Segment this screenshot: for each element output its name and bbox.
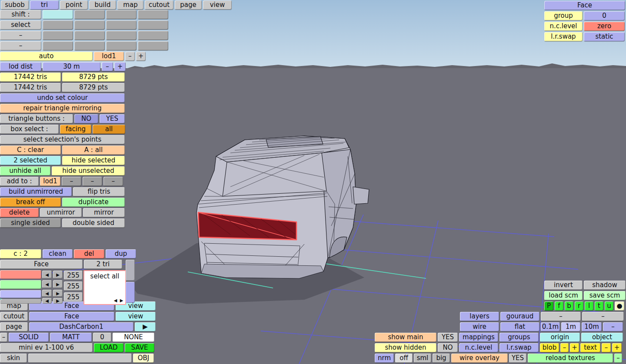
row4-slot-1[interactable] — [43, 41, 73, 50]
tab-point[interactable]: point — [60, 0, 88, 10]
tab-subob[interactable]: subob — [1, 0, 29, 10]
row4-label[interactable]: – — [0, 41, 41, 50]
red-value[interactable]: 255 — [64, 271, 83, 280]
cutout-name[interactable]: Face — [29, 312, 114, 321]
select-all-colour-button[interactable]: select all — [84, 272, 125, 280]
shift-slot-1[interactable] — [43, 10, 73, 19]
unmirror-button[interactable]: unmirror — [40, 208, 82, 217]
view-left-button[interactable]: l — [585, 301, 593, 311]
add-to-slot-3[interactable]: – — [83, 177, 102, 186]
layers-button[interactable]: layers — [460, 312, 499, 321]
view-right-button[interactable]: r — [575, 301, 583, 311]
break-off-button[interactable]: break off — [0, 198, 61, 207]
grid-1m-button[interactable]: 1m — [561, 322, 580, 331]
select-selections-points-button[interactable]: select selection's points — [0, 135, 125, 144]
select-all-button[interactable]: A : all — [62, 146, 125, 155]
scroll-thumb[interactable] — [126, 282, 135, 303]
select-slot-1[interactable] — [43, 20, 73, 30]
gray-inc-arrow[interactable]: ▶ — [53, 298, 63, 304]
object-button[interactable]: object — [581, 333, 623, 342]
row4-slot-2[interactable] — [74, 41, 105, 50]
red-dec-arrow[interactable]: ◀ — [42, 271, 52, 278]
select-slot-3[interactable] — [106, 20, 137, 30]
row3-slot-3[interactable] — [106, 31, 137, 40]
delete-button[interactable]: delete — [0, 208, 39, 217]
unhide-all-button[interactable]: unhide all — [0, 166, 50, 175]
filename-field[interactable]: mini ev 1-100 v6 — [0, 343, 93, 352]
reload-textures-button[interactable]: reload textures — [528, 354, 613, 363]
lod-dist-plus-button[interactable]: + — [114, 62, 126, 71]
view-top-button[interactable]: t — [595, 301, 603, 311]
text-plus-button[interactable]: + — [612, 343, 622, 352]
skin-field[interactable] — [28, 354, 132, 363]
select-slot-2[interactable] — [74, 20, 105, 30]
row3-slot-4[interactable] — [138, 31, 168, 40]
layers-slot-1[interactable]: – — [541, 312, 581, 321]
material-matt-button[interactable]: MATT — [50, 333, 92, 342]
shift-slot-3[interactable] — [106, 10, 137, 19]
nc-level-value[interactable]: zero — [584, 22, 625, 31]
hide-unselected-button[interactable]: hide unselected — [52, 166, 125, 175]
green-dec-arrow[interactable]: ◀ — [42, 280, 52, 288]
origin-button[interactable]: origin — [540, 333, 580, 342]
view-p-button[interactable]: P — [544, 301, 553, 311]
blob-button[interactable]: blob — [540, 343, 559, 352]
nc-level-button[interactable]: n.c.level — [459, 343, 498, 352]
group-value[interactable]: 0 — [584, 11, 625, 20]
nrm-off-button[interactable]: off — [395, 354, 413, 363]
show-main-toggle[interactable]: YES — [438, 333, 458, 342]
tab-map[interactable]: map — [117, 0, 143, 10]
add-to-slot-2[interactable]: – — [62, 177, 81, 186]
green-value[interactable]: 255 — [64, 281, 83, 291]
repair-triangle-mirroring-button[interactable]: repair triangle mirroring — [0, 104, 125, 113]
save-scm-button[interactable]: save scm — [584, 291, 626, 300]
blob-minus-button[interactable]: – — [560, 343, 569, 352]
select-slot-4[interactable] — [138, 20, 168, 30]
triangle-buttons-no[interactable]: NO — [74, 114, 98, 123]
box-select-all[interactable]: all — [93, 125, 125, 134]
undo-set-colour-button[interactable]: undo set colour — [0, 93, 125, 103]
swatch-prev-arrow[interactable]: ◀ — [113, 298, 118, 303]
blue-inc-arrow[interactable]: ▶ — [53, 290, 63, 297]
view-dot-button[interactable]: ● — [615, 301, 624, 311]
wire-button[interactable]: wire — [460, 322, 499, 331]
hide-selected-button[interactable]: hide selected — [62, 156, 125, 165]
lod-auto-button[interactable]: auto — [0, 52, 93, 61]
row3-slot-1[interactable] — [43, 31, 73, 40]
shadow-button[interactable]: shadow — [584, 281, 626, 290]
shift-slot-2[interactable] — [74, 10, 105, 19]
add-to-lod1-button[interactable]: lod1 — [40, 177, 60, 186]
dup-button[interactable]: dup — [106, 249, 136, 258]
triangle-buttons-yes[interactable]: YES — [100, 114, 125, 123]
green-channel-bar[interactable] — [0, 280, 41, 289]
row4-slot-4[interactable] — [138, 41, 168, 50]
nrm-big-button[interactable]: big — [433, 354, 450, 363]
lod1-button[interactable]: lod1 — [94, 52, 124, 61]
shift-slot-4[interactable] — [138, 10, 168, 19]
red-channel-bar[interactable] — [0, 270, 41, 279]
wire-overlay-toggle[interactable]: YES — [509, 354, 526, 363]
material-solid-button[interactable]: SOLID — [9, 333, 49, 342]
lr-swap-value[interactable]: static — [584, 32, 625, 41]
text-minus-button[interactable]: – — [602, 343, 611, 352]
view-under-button[interactable]: u — [605, 301, 613, 311]
text-button[interactable]: text — [580, 343, 600, 352]
gouraud-button[interactable]: gouraud — [500, 312, 539, 321]
row4-slot-3[interactable] — [106, 41, 137, 50]
invert-button[interactable]: invert — [544, 281, 583, 290]
grid-off-button[interactable]: – — [603, 322, 623, 331]
mirror-button[interactable]: mirror — [83, 208, 125, 217]
grid-10m-button[interactable]: 10m — [582, 322, 602, 331]
scroll-track[interactable] — [126, 260, 135, 281]
tab-tri-active[interactable]: tri — [30, 0, 59, 10]
colour-swatch-box[interactable]: select all ◀ ▶ — [83, 270, 126, 305]
page-name[interactable]: DashCarbon1 — [29, 322, 133, 331]
blue-value[interactable]: 255 — [64, 292, 83, 301]
reload-minus-button[interactable]: – — [614, 354, 622, 363]
clean-button[interactable]: clean — [43, 249, 73, 258]
lod-dist-minus-button[interactable]: – — [102, 62, 113, 71]
red-inc-arrow[interactable]: ▶ — [53, 271, 63, 278]
grid-01m-button[interactable]: 0.1m — [541, 322, 560, 331]
add-to-slot-4[interactable]: – — [103, 177, 123, 186]
view-back-button[interactable]: b — [565, 301, 573, 311]
